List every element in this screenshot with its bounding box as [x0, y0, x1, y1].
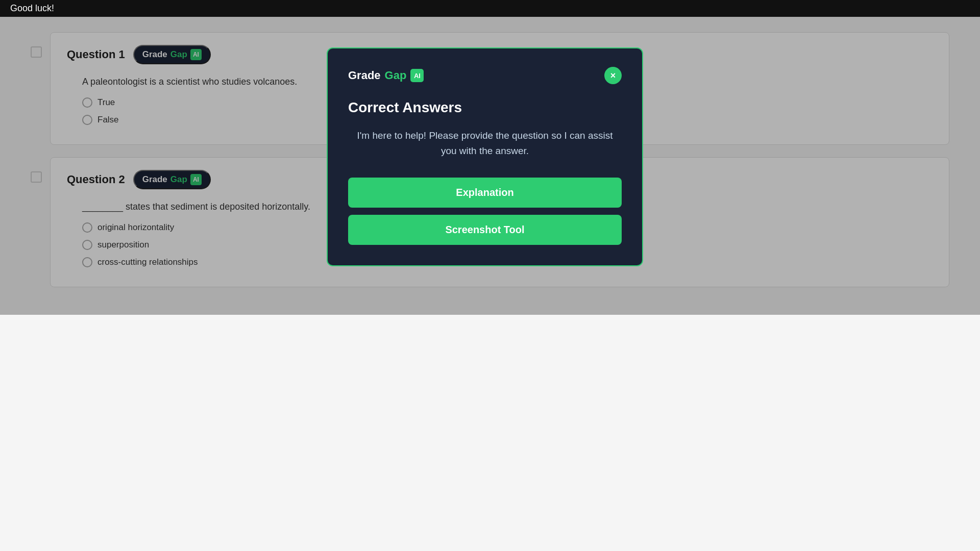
- screenshot-tool-label: Screenshot Tool: [445, 224, 524, 235]
- screenshot-tool-button[interactable]: Screenshot Tool: [348, 215, 622, 245]
- modal-title: Correct Answers: [348, 99, 622, 116]
- explanation-button[interactable]: Explanation: [348, 178, 622, 208]
- modal-close-button[interactable]: ×: [604, 67, 622, 84]
- top-bar-text: Good luck!: [10, 3, 54, 13]
- modal-logo-icon: AI: [410, 69, 424, 82]
- modal-body-text: I'm here to help! Please provide the que…: [348, 128, 622, 159]
- close-icon: ×: [610, 70, 616, 81]
- modal-logo-gap: Gap: [385, 69, 407, 82]
- gradegap-modal: GradeGap AI × Correct Answers I'm here t…: [327, 47, 643, 266]
- top-bar: Good luck!: [0, 0, 980, 17]
- modal-logo: GradeGap AI: [348, 69, 424, 82]
- modal-logo-grade: Grade: [348, 69, 381, 82]
- explanation-label: Explanation: [456, 187, 513, 198]
